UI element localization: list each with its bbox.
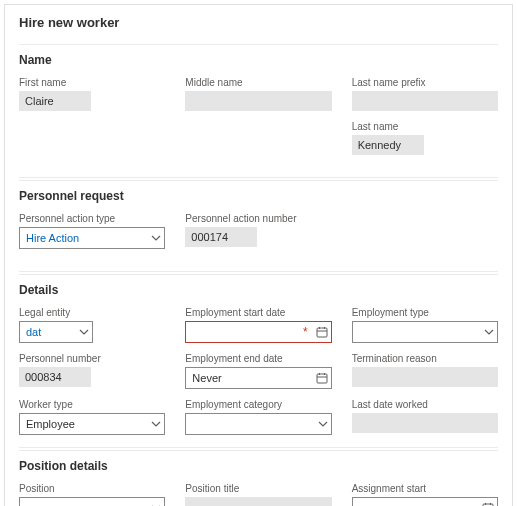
personnel-action-type-select[interactable]: Hire Action bbox=[19, 227, 165, 249]
section-personnel-title: Personnel request bbox=[19, 189, 498, 203]
section-position-title: Position details bbox=[19, 459, 498, 473]
worker-type-label: Worker type bbox=[19, 399, 165, 410]
section-details-title: Details bbox=[19, 283, 498, 297]
first-name-label: First name bbox=[19, 77, 165, 88]
assignment-start-value bbox=[352, 497, 498, 506]
employment-type-label: Employment type bbox=[352, 307, 498, 318]
last-date-worked-label: Last date worked bbox=[352, 399, 498, 410]
employment-start-input[interactable]: * bbox=[185, 321, 331, 343]
employment-start-label: Employment start date bbox=[185, 307, 331, 318]
employment-end-value: Never bbox=[185, 367, 331, 389]
middle-name-value bbox=[185, 91, 331, 111]
legal-entity-label: Legal entity bbox=[19, 307, 165, 318]
personnel-action-type-label: Personnel action type bbox=[19, 213, 165, 224]
hire-new-worker-page: Hire new worker Name First name Claire M… bbox=[4, 4, 513, 506]
legal-entity-value: dat bbox=[19, 321, 93, 343]
first-name-value: Claire bbox=[19, 91, 91, 111]
assignment-start-input[interactable] bbox=[352, 497, 498, 506]
last-name-prefix-label: Last name prefix bbox=[352, 77, 498, 88]
employment-category-value bbox=[185, 413, 331, 435]
employment-type-value bbox=[352, 321, 498, 343]
last-name-label: Last name bbox=[352, 121, 498, 132]
position-title-value bbox=[185, 497, 331, 506]
legal-entity-select[interactable]: dat bbox=[19, 321, 93, 343]
page-title: Hire new worker bbox=[19, 15, 498, 30]
worker-type-value: Employee bbox=[19, 413, 165, 435]
employment-end-input[interactable]: Never bbox=[185, 367, 331, 389]
section-position: Position details Position Position title… bbox=[19, 450, 498, 506]
section-name-title: Name bbox=[19, 53, 498, 67]
termination-reason-value bbox=[352, 367, 498, 387]
employment-type-select[interactable] bbox=[352, 321, 498, 343]
required-indicator-icon: * bbox=[303, 326, 308, 338]
position-label: Position bbox=[19, 483, 165, 494]
employment-category-select[interactable] bbox=[185, 413, 331, 435]
personnel-action-number-value: 000174 bbox=[185, 227, 257, 247]
employment-start-value bbox=[185, 321, 331, 343]
section-name: Name First name Claire Middle name Last … bbox=[19, 44, 498, 178]
position-select[interactable] bbox=[19, 497, 165, 506]
section-details: Details Legal entity dat Employment star… bbox=[19, 274, 498, 448]
personnel-number-value: 000834 bbox=[19, 367, 91, 387]
section-personnel: Personnel request Personnel action type … bbox=[19, 180, 498, 272]
worker-type-select[interactable]: Employee bbox=[19, 413, 165, 435]
last-name-prefix-value bbox=[352, 91, 498, 111]
position-title-label: Position title bbox=[185, 483, 331, 494]
last-date-worked-value bbox=[352, 413, 498, 433]
personnel-action-type-value: Hire Action bbox=[19, 227, 165, 249]
last-name-value: Kennedy bbox=[352, 135, 424, 155]
personnel-action-number-label: Personnel action number bbox=[185, 213, 331, 224]
personnel-number-label: Personnel number bbox=[19, 353, 165, 364]
middle-name-label: Middle name bbox=[185, 77, 331, 88]
position-value bbox=[19, 497, 165, 506]
employment-category-label: Employment category bbox=[185, 399, 331, 410]
assignment-start-label: Assignment start bbox=[352, 483, 498, 494]
employment-end-label: Employment end date bbox=[185, 353, 331, 364]
termination-reason-label: Termination reason bbox=[352, 353, 498, 364]
